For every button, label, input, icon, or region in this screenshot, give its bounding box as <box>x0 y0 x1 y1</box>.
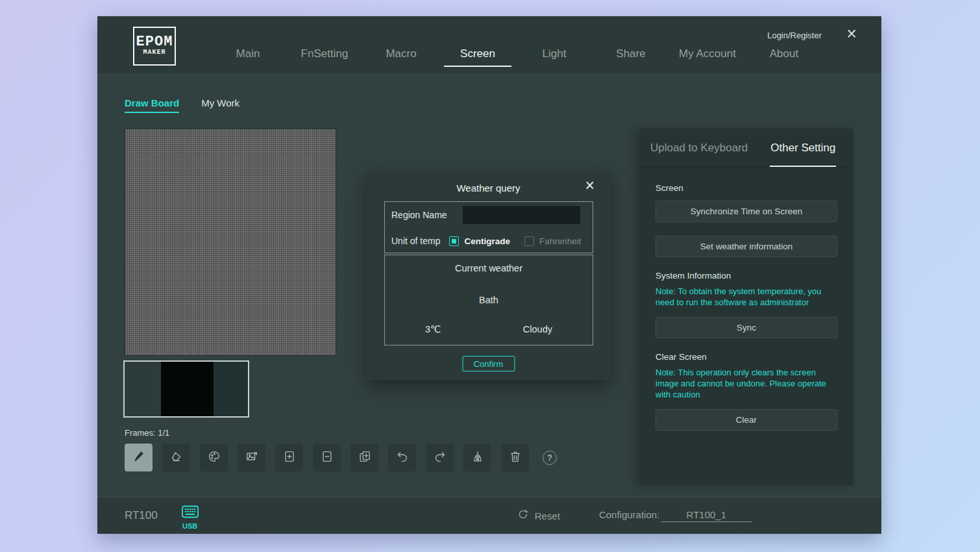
centigrade-checkbox[interactable] <box>449 236 459 246</box>
redo-tool-button[interactable] <box>426 444 454 471</box>
weather-temperature: 3℃ <box>425 324 441 334</box>
screen-subtabs: Draw Board My Work <box>125 97 239 113</box>
configuration-value[interactable]: RT100_1 <box>661 509 752 522</box>
reset-control[interactable]: Reset <box>517 508 560 523</box>
clear-button[interactable]: Clear <box>655 409 837 431</box>
frame-preview-thumbnail[interactable] <box>123 360 249 418</box>
region-name-row: Region Name <box>385 202 593 228</box>
palette-icon <box>207 449 221 466</box>
nav-tab-share[interactable]: Share <box>593 47 669 75</box>
reset-refresh-icon <box>517 508 529 523</box>
clean-broom-tool-button[interactable] <box>463 444 491 471</box>
settings-panel-tabs: Upload to Keyboard Other Setting <box>639 129 853 168</box>
nav-tab-my-account[interactable]: My Account <box>669 47 746 75</box>
nav-tab-fnsetting[interactable]: FnSetting <box>286 47 363 75</box>
clear-screen-note: Note: This operation only clears the scr… <box>655 367 837 400</box>
configuration-label: Configuration: <box>599 509 659 520</box>
frames-counter: Frames: 1/1 <box>125 428 169 438</box>
pixel-draw-canvas[interactable] <box>125 129 336 356</box>
tab-upload-to-keyboard[interactable]: Upload to Keyboard <box>650 142 748 155</box>
system-information-note: Note: To obtain the system temperature, … <box>655 286 837 308</box>
dialog-close-icon[interactable]: × <box>585 176 594 195</box>
weather-condition: Cloudy <box>523 324 552 334</box>
remove-frame-icon <box>320 449 334 466</box>
eraser-icon <box>169 449 184 466</box>
epomaker-logo: EPOM MAKER <box>133 27 176 66</box>
fahrenheit-label[interactable]: Fahrenheit <box>539 236 582 246</box>
sync-button[interactable]: Sync <box>655 317 837 338</box>
add-frame-icon <box>282 449 297 466</box>
draw-toolbar: ? <box>125 444 557 471</box>
app-window: EPOM MAKER Main FnSetting Macro Screen L… <box>97 16 881 534</box>
settings-panel: Upload to Keyboard Other Setting Screen … <box>639 129 853 486</box>
redo-icon <box>433 449 447 466</box>
palette-tool-button[interactable] <box>200 444 228 471</box>
clear-screen-label: Clear Screen <box>655 352 837 362</box>
trash-icon <box>508 449 522 466</box>
brush-icon <box>132 449 146 466</box>
nav-tab-main[interactable]: Main <box>210 47 286 75</box>
weather-input-box: Region Name Unit of temp Centigrade Fahr… <box>384 201 593 253</box>
system-information-label: System Information <box>655 271 837 281</box>
tab-draw-board[interactable]: Draw Board <box>125 97 179 113</box>
current-weather-box: Current weather Bath 3℃ Cloudy <box>384 255 593 345</box>
eraser-tool-button[interactable] <box>162 444 190 471</box>
import-image-tool-button[interactable] <box>238 444 265 471</box>
confirm-button[interactable]: Confirm <box>462 356 515 371</box>
duplicate-frame-icon <box>358 449 372 466</box>
top-navbar: EPOM MAKER Main FnSetting Macro Screen L… <box>97 16 881 75</box>
tab-my-work[interactable]: My Work <box>201 97 239 113</box>
import-image-icon <box>245 449 259 466</box>
usb-label: USB <box>182 522 197 530</box>
region-name-input[interactable] <box>463 206 580 224</box>
reset-label: Reset <box>535 510 560 521</box>
set-weather-information-button[interactable]: Set weather information <box>655 236 837 257</box>
synchronize-time-button[interactable]: Synchronize Time on Screen <box>655 201 837 222</box>
thumbnail-left-region <box>125 362 161 416</box>
help-icon[interactable]: ? <box>543 451 557 465</box>
remove-frame-tool-button[interactable] <box>313 444 341 471</box>
login-register-link[interactable]: Login/Register <box>767 31 822 40</box>
logo-text-top: EPOM <box>136 36 173 49</box>
nav-tab-macro[interactable]: Macro <box>363 47 439 75</box>
undo-icon <box>395 449 410 466</box>
centigrade-label[interactable]: Centigrade <box>464 236 510 246</box>
nav-tab-screen[interactable]: Screen <box>439 47 516 75</box>
dialog-title: Weather query <box>367 182 610 194</box>
delete-frame-tool-button[interactable] <box>501 444 529 471</box>
keyboard-usb-icon <box>181 505 199 521</box>
brush-tool-button[interactable] <box>125 444 153 471</box>
unit-of-temp-label: Unit of temp <box>391 236 440 246</box>
weather-detail-row: 3℃ Cloudy <box>385 324 593 334</box>
nav-tab-about[interactable]: About <box>746 47 822 75</box>
checkbox-checked-mark <box>452 239 456 244</box>
window-close-icon[interactable]: × <box>846 24 857 44</box>
unit-of-temp-row: Unit of temp Centigrade Fahrenheit <box>385 228 593 254</box>
thumbnail-right-region <box>214 362 248 416</box>
undo-tool-button[interactable] <box>388 444 416 471</box>
broom-icon <box>471 449 485 466</box>
add-frame-tool-button[interactable] <box>275 444 303 471</box>
configuration-control: Configuration: RT100_1 <box>599 509 752 522</box>
region-name-label: Region Name <box>391 210 447 220</box>
usb-connection-indicator[interactable]: USB <box>181 505 199 530</box>
logo-text-bottom: MAKER <box>143 49 165 56</box>
current-weather-label: Current weather <box>385 263 593 273</box>
thumbnail-center-region <box>161 362 214 416</box>
duplicate-frame-tool-button[interactable] <box>350 444 378 471</box>
screen-section-label: Screen <box>655 183 837 193</box>
tab-other-setting[interactable]: Other Setting <box>770 142 835 155</box>
weather-query-dialog: Weather query × Region Name Unit of temp… <box>367 172 610 380</box>
nav-tab-light[interactable]: Light <box>516 47 593 75</box>
status-bar: RT100 USB Reset Configuration: RT100_1 <box>97 497 881 534</box>
fahrenheit-checkbox[interactable] <box>524 236 534 246</box>
main-nav: Main FnSetting Macro Screen Light Share … <box>210 16 822 75</box>
settings-panel-body: Screen Synchronize Time on Screen Set we… <box>639 168 853 431</box>
device-name: RT100 <box>125 509 158 522</box>
weather-city: Bath <box>385 295 593 305</box>
